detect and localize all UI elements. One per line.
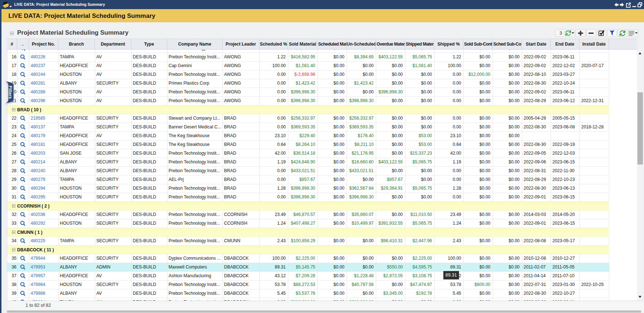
svg-text:Filters: Filters <box>8 86 13 99</box>
